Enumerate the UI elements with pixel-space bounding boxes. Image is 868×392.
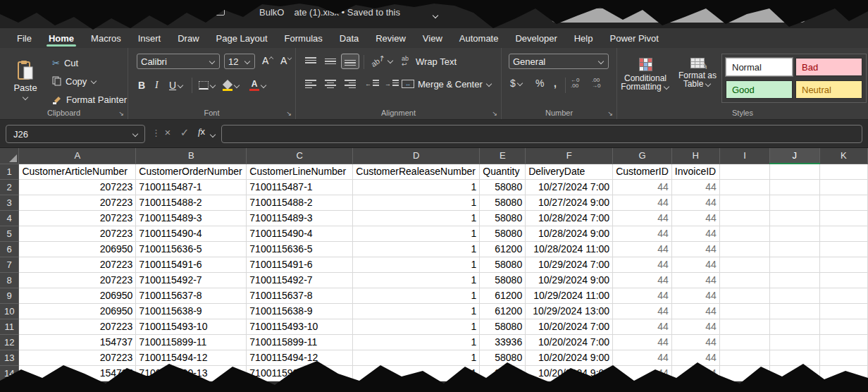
- cell-C6[interactable]: 7100115636-5: [247, 241, 353, 257]
- cell-C12[interactable]: 7100115899-11: [247, 334, 353, 350]
- ribbon-tab-macros[interactable]: Macros: [82, 28, 130, 48]
- cell-style-bad[interactable]: Bad: [795, 58, 862, 76]
- cell-C13[interactable]: 7100115494-12: [247, 350, 353, 365]
- orientation-button[interactable]: ab↗: [369, 53, 387, 69]
- cell-K3[interactable]: [819, 195, 868, 210]
- formula-bar-chevron-icon[interactable]: [210, 132, 216, 138]
- ribbon-tab-formulas[interactable]: Formulas: [276, 28, 331, 48]
- decrease-decimal-button[interactable]: .00 →0: [592, 78, 606, 89]
- cell-G12[interactable]: 44: [613, 334, 672, 350]
- cell-J7[interactable]: [770, 257, 819, 272]
- row-header-4[interactable]: 4: [0, 210, 19, 226]
- cell-H6[interactable]: 44: [671, 241, 719, 257]
- row-header-5[interactable]: 5: [0, 226, 19, 241]
- cell-F14[interactable]: 10/20/2024 9:00: [526, 365, 613, 381]
- column-header-H[interactable]: H: [671, 148, 719, 164]
- cell-K2[interactable]: [819, 179, 868, 195]
- cell-C7[interactable]: 7100115491-6: [247, 257, 353, 272]
- column-header-B[interactable]: B: [136, 148, 247, 164]
- cell-F9[interactable]: 10/29/2024 11:00: [526, 288, 613, 303]
- cell-B13[interactable]: 7100115494-12: [136, 350, 247, 365]
- cell-F4[interactable]: 10/28/2024 7:00: [526, 210, 613, 226]
- cell-E8[interactable]: 58080: [480, 272, 526, 288]
- ribbon-tab-page-layout[interactable]: Page Layout: [208, 28, 276, 48]
- column-header-E[interactable]: E: [480, 148, 526, 164]
- cell-D7[interactable]: 1: [353, 257, 480, 272]
- font-color-button[interactable]: A: [249, 78, 267, 93]
- paste-button[interactable]: Paste: [7, 52, 44, 109]
- cell-H2[interactable]: 44: [671, 179, 719, 195]
- column-header-F[interactable]: F: [526, 148, 613, 164]
- ribbon-tab-file[interactable]: File: [8, 28, 40, 48]
- save-icon[interactable]: [216, 6, 225, 16]
- cancel-icon[interactable]: ×: [161, 126, 175, 138]
- cell-B7[interactable]: 7100115491-6: [136, 257, 247, 272]
- cell-C14[interactable]: 7100115900-13: [247, 365, 353, 381]
- cell-D12[interactable]: 1: [353, 334, 480, 350]
- cell-J5[interactable]: [770, 226, 819, 241]
- cell-H10[interactable]: 44: [671, 303, 719, 319]
- row-header-10[interactable]: 10: [0, 303, 19, 319]
- cell-C1[interactable]: CustomerLineNumber: [247, 164, 353, 179]
- cell-B5[interactable]: 7100115490-4: [136, 226, 247, 241]
- cell-E11[interactable]: 58080: [480, 319, 526, 334]
- cell-I1[interactable]: [719, 164, 769, 179]
- ribbon-tab-view[interactable]: View: [414, 28, 451, 48]
- cell-B10[interactable]: 7100115638-9: [136, 303, 247, 319]
- cell-G7[interactable]: 44: [613, 257, 672, 272]
- align-center-button[interactable]: [321, 76, 340, 92]
- select-all-button[interactable]: [0, 148, 19, 164]
- row-header-7[interactable]: 7: [0, 257, 19, 272]
- excel-app-icon[interactable]: X: [10, 5, 23, 18]
- cell-G6[interactable]: 44: [613, 241, 672, 257]
- cell-E1[interactable]: Quantity: [480, 164, 526, 179]
- cell-style-good[interactable]: Good: [726, 80, 793, 99]
- row-header-14[interactable]: 14: [0, 365, 19, 381]
- cell-H1[interactable]: InvoiceID: [671, 164, 719, 179]
- column-header-G[interactable]: G: [613, 148, 672, 164]
- cell-A10[interactable]: 206950: [19, 303, 136, 319]
- cell-K14[interactable]: [819, 365, 868, 381]
- cell-D14[interactable]: 1: [353, 365, 480, 381]
- comma-style-button[interactable]: ,: [554, 78, 557, 89]
- cell-H14[interactable]: 44: [671, 365, 719, 381]
- cell-B3[interactable]: 7100115488-2: [136, 195, 247, 210]
- formula-bar-grip-icon[interactable]: ⋮: [151, 128, 161, 138]
- cell-I8[interactable]: [719, 272, 769, 288]
- cell-A6[interactable]: 206950: [19, 241, 136, 257]
- cell-J12[interactable]: [770, 334, 819, 350]
- cell-J10[interactable]: [770, 303, 819, 319]
- cell-G1[interactable]: CustomerID: [613, 164, 672, 179]
- cell-B11[interactable]: 7100115493-10: [136, 319, 247, 334]
- cell-C2[interactable]: 7100115487-1: [247, 179, 353, 195]
- cell-F8[interactable]: 10/29/2024 9:00: [526, 272, 613, 288]
- column-header-C[interactable]: C: [247, 148, 353, 164]
- cell-K1[interactable]: [819, 164, 868, 179]
- cell-F2[interactable]: 10/27/2024 7:00: [526, 179, 613, 195]
- cell-J13[interactable]: [770, 350, 819, 365]
- top-align-button[interactable]: [302, 54, 320, 69]
- ribbon-tab-developer[interactable]: Developer: [507, 28, 565, 48]
- row-header-13[interactable]: 13: [0, 350, 19, 365]
- cell-C8[interactable]: 7100115492-7: [247, 272, 353, 288]
- cell-A1[interactable]: CustomerArticleNumber: [19, 164, 136, 179]
- cell-D10[interactable]: 1: [353, 303, 480, 319]
- cell-J9[interactable]: [770, 288, 819, 303]
- increase-decimal-button[interactable]: ←0 .00: [571, 78, 585, 89]
- fill-color-button[interactable]: [223, 78, 240, 93]
- cell-I5[interactable]: [719, 226, 769, 241]
- italic-button[interactable]: I: [155, 80, 159, 91]
- cell-K10[interactable]: [819, 303, 868, 319]
- cell-E2[interactable]: 58080: [480, 179, 526, 195]
- cell-I9[interactable]: [719, 288, 769, 303]
- cell-E6[interactable]: 61200: [480, 241, 526, 257]
- cell-E4[interactable]: 58080: [480, 210, 526, 226]
- row-header-1[interactable]: 1: [0, 164, 19, 179]
- cell-E3[interactable]: 58080: [480, 195, 526, 210]
- cell-A5[interactable]: 207223: [19, 226, 136, 241]
- cell-K5[interactable]: [819, 226, 868, 241]
- cell-H4[interactable]: 44: [671, 210, 719, 226]
- orientation-chevron-icon[interactable]: [388, 58, 394, 64]
- autosave-toggle[interactable]: [75, 7, 104, 18]
- cell-F11[interactable]: 10/20/2024 7:00: [526, 319, 613, 334]
